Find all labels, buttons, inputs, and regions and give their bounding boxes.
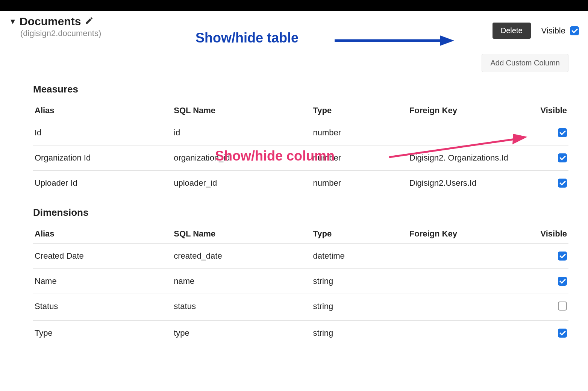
disclosure-triangle-icon[interactable]: ▼ <box>9 17 16 26</box>
table-row: Uploader Iduploader_idnumberDigisign2.Us… <box>33 171 568 196</box>
cell-sql-name: type <box>172 321 311 346</box>
cell-alias: Created Date <box>33 244 172 269</box>
cell-visible <box>526 244 568 269</box>
dimensions-section-title: Dimensions <box>33 207 568 218</box>
cell-foreign-key: Digisign2. Organizations.Id <box>408 145 526 171</box>
cell-alias: Type <box>33 321 172 346</box>
window-titlebar <box>0 0 588 11</box>
cell-type: string <box>311 294 408 321</box>
col-header-foreign-key: Foreign Key <box>408 102 526 120</box>
col-header-visible: Visible <box>526 225 568 244</box>
cell-alias: Organization Id <box>33 145 172 171</box>
cell-sql-name: uploader_id <box>172 171 311 196</box>
table-row: Organization Idorganization_idnumberDigi… <box>33 145 568 171</box>
cell-sql-name: created_date <box>172 244 311 269</box>
column-visible-checkbox[interactable] <box>558 128 567 137</box>
cell-visible <box>526 269 568 294</box>
cell-alias: Status <box>33 294 172 321</box>
column-visible-checkbox[interactable] <box>558 179 567 188</box>
column-visible-checkbox[interactable] <box>558 302 567 311</box>
cell-foreign-key <box>408 244 526 269</box>
cell-sql-name: name <box>172 269 311 294</box>
cell-type: string <box>311 321 408 346</box>
cell-alias: Id <box>33 120 172 145</box>
cell-type: number <box>311 120 408 145</box>
col-header-alias: Alias <box>33 102 172 120</box>
measures-table: Alias SQL Name Type Foreign Key Visible … <box>33 102 568 196</box>
dimensions-table: Alias SQL Name Type Foreign Key Visible … <box>33 225 568 346</box>
cell-visible <box>526 321 568 346</box>
measures-section-title: Measures <box>33 83 568 95</box>
cell-foreign-key: Digisign2.Users.Id <box>408 171 526 196</box>
table-row: Ididnumber <box>33 120 568 145</box>
cell-sql-name: organization_id <box>172 145 311 171</box>
cell-foreign-key <box>408 269 526 294</box>
col-header-sql-name: SQL Name <box>172 102 311 120</box>
cell-type: number <box>311 145 408 171</box>
col-header-type: Type <box>311 225 408 244</box>
title-block: ▼ Documents (digisign2.documents) <box>9 15 101 38</box>
col-header-visible: Visible <box>526 102 568 120</box>
cell-foreign-key <box>408 294 526 321</box>
table-row: Statusstatusstring <box>33 294 568 321</box>
cell-alias: Name <box>33 269 172 294</box>
cell-foreign-key <box>408 321 526 346</box>
cell-sql-name: status <box>172 294 311 321</box>
cell-visible <box>526 294 568 321</box>
cell-visible <box>526 120 568 145</box>
table-row: Typetypestring <box>33 321 568 346</box>
column-visible-checkbox[interactable] <box>558 329 567 338</box>
cell-sql-name: id <box>172 120 311 145</box>
cell-type: datetime <box>311 244 408 269</box>
table-header-row: ▼ Documents (digisign2.documents) Delete… <box>9 15 579 39</box>
add-custom-column-button[interactable]: Add Custom Column <box>482 54 568 72</box>
visible-label: Visible <box>541 26 565 36</box>
cell-alias: Uploader Id <box>33 171 172 196</box>
col-header-type: Type <box>311 102 408 120</box>
table-qualified-name: (digisign2.documents) <box>20 29 101 38</box>
col-header-foreign-key: Foreign Key <box>408 225 526 244</box>
cell-type: string <box>311 269 408 294</box>
table-title: Documents <box>20 15 81 28</box>
cell-foreign-key <box>408 120 526 145</box>
delete-button[interactable]: Delete <box>493 23 531 39</box>
column-visible-checkbox[interactable] <box>558 252 567 261</box>
table-visible-toggle: Visible <box>541 26 579 36</box>
pencil-icon[interactable] <box>85 16 94 27</box>
cell-visible <box>526 145 568 171</box>
table-row: Created Datecreated_datedatetime <box>33 244 568 269</box>
cell-visible <box>526 171 568 196</box>
col-header-sql-name: SQL Name <box>172 225 311 244</box>
col-header-alias: Alias <box>33 225 172 244</box>
column-visible-checkbox[interactable] <box>558 153 567 162</box>
table-visible-checkbox[interactable] <box>570 26 579 35</box>
column-visible-checkbox[interactable] <box>558 277 567 286</box>
table-row: Namenamestring <box>33 269 568 294</box>
cell-type: number <box>311 171 408 196</box>
